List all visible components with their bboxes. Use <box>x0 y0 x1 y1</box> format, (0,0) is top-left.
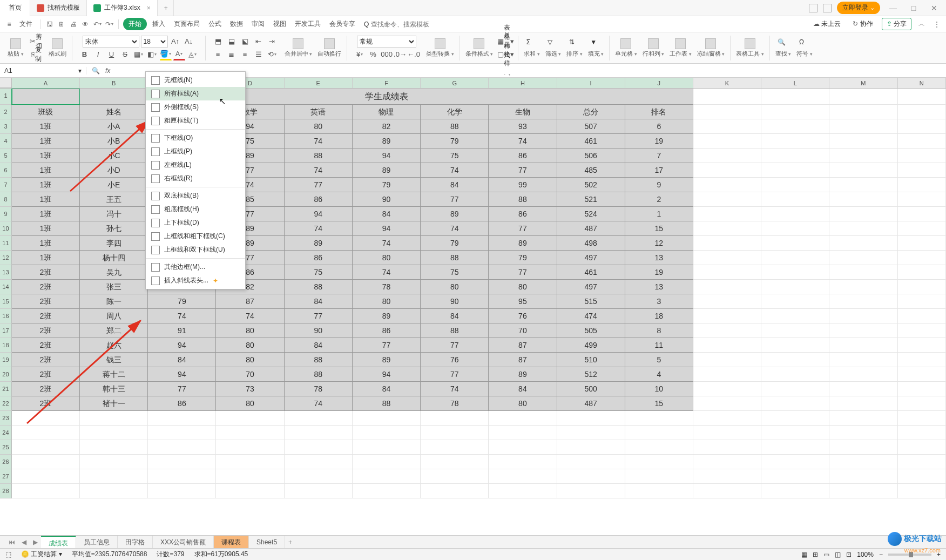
border-menu-item[interactable]: 双底框线(B) <box>146 189 245 203</box>
tab-start[interactable]: 开始 <box>123 18 147 30</box>
cell[interactable] <box>898 309 946 323</box>
cell[interactable] <box>12 484 80 498</box>
row-header[interactable]: 19 <box>0 353 12 367</box>
cell[interactable]: 74 <box>421 221 489 236</box>
strike-button[interactable]: S <box>119 49 131 60</box>
cell[interactable]: 74 <box>285 163 353 178</box>
cell[interactable] <box>148 426 216 440</box>
cell[interactable]: 505 <box>557 323 625 338</box>
cell[interactable]: 2 <box>625 192 693 207</box>
cell[interactable] <box>829 89 897 105</box>
cell[interactable]: 80 <box>216 338 284 353</box>
border-menu-item[interactable]: 插入斜线表头... ✦ <box>146 274 245 287</box>
cell[interactable] <box>285 411 353 426</box>
cell[interactable] <box>761 89 829 105</box>
cell[interactable] <box>829 426 897 440</box>
zoom-out-button[interactable]: − <box>879 551 883 558</box>
cell[interactable]: 88 <box>285 280 353 294</box>
cell[interactable] <box>829 309 897 323</box>
tabletool-button[interactable]: 表格工具 <box>734 37 766 59</box>
cell[interactable]: 2班 <box>12 280 80 294</box>
view-normal-icon[interactable]: ▭ <box>823 551 829 558</box>
cell[interactable]: 79 <box>421 236 489 251</box>
cell[interactable]: 94 <box>148 367 216 382</box>
col-header-J[interactable]: J <box>625 78 693 88</box>
sheet-nav-first[interactable]: ⏮ <box>5 538 18 546</box>
cell[interactable] <box>489 455 557 469</box>
cell[interactable] <box>761 134 829 149</box>
cell[interactable]: 吴九 <box>80 265 148 280</box>
cell[interactable] <box>80 426 148 440</box>
cell[interactable] <box>216 440 284 455</box>
cell[interactable] <box>898 221 946 236</box>
cell[interactable]: 80 <box>489 396 557 411</box>
cell[interactable]: 75 <box>421 265 489 280</box>
cell[interactable] <box>353 426 421 440</box>
cell[interactable]: 74 <box>285 221 353 236</box>
menu-icon[interactable]: ≡ <box>4 19 14 29</box>
increase-font-icon[interactable]: A↑ <box>170 36 181 48</box>
sheet-tab[interactable]: 成绩表 <box>41 536 76 549</box>
cell[interactable]: 1 <box>625 207 693 221</box>
cell[interactable] <box>761 236 829 251</box>
cell[interactable]: 506 <box>557 149 625 163</box>
cell[interactable] <box>353 411 421 426</box>
search-input[interactable] <box>371 21 447 28</box>
sheet-nav-prev[interactable]: ◀ <box>18 538 30 546</box>
cell[interactable] <box>829 396 897 411</box>
cell[interactable] <box>829 469 897 484</box>
cell[interactable] <box>761 119 829 134</box>
cell[interactable]: 497 <box>557 251 625 265</box>
cell[interactable]: 张三 <box>80 280 148 294</box>
cell[interactable] <box>421 484 489 498</box>
cell[interactable] <box>898 455 946 469</box>
cell[interactable]: 84 <box>489 382 557 396</box>
cell[interactable]: 94 <box>148 338 216 353</box>
cell[interactable] <box>761 221 829 236</box>
cell[interactable]: 2班 <box>12 353 80 367</box>
cell[interactable] <box>898 207 946 221</box>
cell[interactable]: 蒋十二 <box>80 367 148 382</box>
cell[interactable]: 17 <box>625 163 693 178</box>
cell[interactable]: 班级 <box>12 105 80 119</box>
cell[interactable] <box>898 396 946 411</box>
inc-decimal-icon[interactable]: .0→ <box>394 49 406 60</box>
cell[interactable]: 515 <box>557 294 625 309</box>
cell[interactable] <box>898 367 946 382</box>
font-size-select[interactable]: 18 <box>141 36 168 48</box>
cell[interactable]: 2班 <box>12 396 80 411</box>
cell[interactable]: 89 <box>489 236 557 251</box>
cell[interactable] <box>693 367 761 382</box>
cell[interactable]: 80 <box>353 294 421 309</box>
cell[interactable]: 512 <box>557 367 625 382</box>
tab-pagelayout[interactable]: 页面布局 <box>171 19 203 29</box>
cell[interactable] <box>761 294 829 309</box>
cell[interactable]: 76 <box>489 309 557 323</box>
font-name-select[interactable]: 宋体 <box>83 36 139 48</box>
cell[interactable] <box>693 440 761 455</box>
border-menu-item[interactable]: 上框线(P) <box>146 145 245 158</box>
cell[interactable]: 化学 <box>421 105 489 119</box>
cell[interactable]: 86 <box>489 149 557 163</box>
cell[interactable] <box>80 469 148 484</box>
new-tab-button[interactable]: + <box>158 0 174 16</box>
cell[interactable] <box>285 426 353 440</box>
cell[interactable]: 姓名 <box>80 105 148 119</box>
layout-icon[interactable] <box>809 4 817 12</box>
cell[interactable]: 485 <box>557 163 625 178</box>
chevron-down-icon[interactable]: ▾ <box>78 67 82 75</box>
cell[interactable] <box>693 134 761 149</box>
orientation-icon[interactable]: ⟲ <box>266 49 278 60</box>
cell[interactable] <box>898 280 946 294</box>
cell[interactable] <box>761 251 829 265</box>
cell[interactable]: 74 <box>421 382 489 396</box>
col-header-G[interactable]: G <box>421 78 489 88</box>
symbol-button[interactable]: Ω符号 <box>794 37 815 59</box>
cell[interactable] <box>761 440 829 455</box>
cell[interactable]: 84 <box>421 309 489 323</box>
cell[interactable]: 487 <box>557 396 625 411</box>
cell[interactable]: 86 <box>148 396 216 411</box>
cell[interactable]: 80 <box>489 280 557 294</box>
select-all-corner[interactable] <box>0 78 12 88</box>
merge-center-button[interactable]: 合并居中 <box>282 37 315 59</box>
